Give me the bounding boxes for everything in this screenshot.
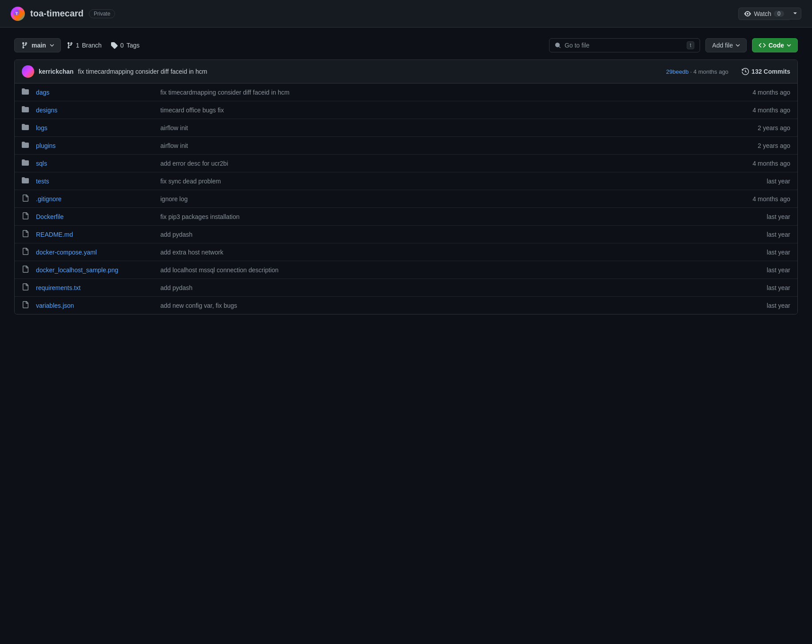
file-name[interactable]: docker_localhost_sample.png [36, 266, 160, 274]
table-row: pluginsairflow init2 years ago [15, 137, 797, 155]
commit-header: kerrickchan fix timecardmapping consider… [15, 60, 797, 83]
file-name[interactable]: logs [36, 124, 160, 131]
watch-dropdown[interactable] [789, 8, 801, 20]
file-commit-message: fix pip3 packages installation [160, 213, 719, 220]
file-time: 4 months ago [719, 195, 790, 203]
file-name[interactable]: variables.json [36, 302, 160, 309]
folder-icon [22, 88, 31, 96]
file-name[interactable]: requirements.txt [36, 284, 160, 291]
branch-count: 1 [76, 42, 80, 49]
table-row: logsairflow init2 years ago [15, 119, 797, 137]
toolbar: main 1 Branch 0 Tags [14, 38, 798, 52]
search-input[interactable] [565, 42, 683, 49]
private-badge: Private [89, 9, 115, 18]
code-icon [759, 42, 766, 49]
branch-label: Branch [82, 42, 101, 49]
commit-hash[interactable]: 29beedb [666, 68, 689, 75]
file-commit-message: ignore log [160, 195, 719, 203]
search-bar: t [549, 38, 700, 52]
commit-time: 4 months ago [693, 68, 728, 75]
branch-count-item[interactable]: 1 Branch [66, 42, 102, 49]
search-kbd: t [687, 41, 694, 49]
file-name[interactable]: sqls [36, 160, 160, 167]
watch-button[interactable]: Watch 0 [738, 8, 789, 20]
file-icon [22, 301, 31, 310]
commit-message: fix timecardmapping consider diff faceid… [78, 68, 662, 75]
file-icon [22, 212, 31, 221]
table-row: Dockerfilefix pip3 packages installation… [15, 208, 797, 226]
file-commit-message: add pydash [160, 231, 719, 238]
file-icon [22, 195, 31, 203]
commit-author[interactable]: kerrickchan [39, 68, 74, 75]
watch-button-group: Watch 0 [738, 8, 801, 20]
file-commit-message: fix sync dead problem [160, 178, 719, 185]
file-time: last year [719, 231, 790, 238]
file-commit-message: add localhost mssql connection descripti… [160, 266, 719, 274]
tag-count-item[interactable]: 0 Tags [111, 42, 139, 49]
table-row: requirements.txtadd pydashlast year [15, 279, 797, 297]
code-label: Code [768, 42, 784, 49]
file-icon [22, 230, 31, 239]
file-time: 4 months ago [719, 160, 790, 167]
chevron-down-icon-code [787, 43, 791, 48]
tag-label: Tags [127, 42, 140, 49]
file-commit-message: timecard office bugs fix [160, 107, 719, 114]
add-file-label: Add file [712, 42, 733, 49]
search-icon [555, 42, 561, 49]
commits-link[interactable]: 132 Commits [742, 68, 790, 75]
chevron-down-icon-branch [50, 43, 54, 48]
file-icon [22, 266, 31, 274]
file-name[interactable]: tests [36, 178, 160, 185]
table-row: docker_localhost_sample.pngadd localhost… [15, 261, 797, 279]
file-time: 2 years ago [719, 124, 790, 131]
table-row: dagsfix timecardmapping consider diff fa… [15, 83, 797, 101]
file-name[interactable]: README.md [36, 231, 160, 238]
file-rows: dagsfix timecardmapping consider diff fa… [15, 83, 797, 314]
watch-label: Watch [754, 10, 771, 17]
svg-text:T: T [16, 12, 18, 16]
file-name[interactable]: Dockerfile [36, 213, 160, 220]
table-row: README.mdadd pydashlast year [15, 226, 797, 243]
file-icon [22, 283, 31, 292]
code-button[interactable]: Code [752, 38, 798, 52]
repo-avatar: T [11, 7, 25, 21]
tag-count: 0 [120, 42, 124, 49]
file-time: last year [719, 178, 790, 185]
file-name[interactable]: designs [36, 107, 160, 114]
commits-count: 132 Commits [752, 68, 790, 75]
chevron-down-icon [793, 11, 797, 16]
file-commit-message: add error desc for ucr2bi [160, 160, 719, 167]
folder-icon [22, 177, 31, 185]
main-content: main 1 Branch 0 Tags [0, 28, 812, 325]
branch-tag-info: 1 Branch 0 Tags [66, 42, 140, 49]
branch-selector[interactable]: main [14, 38, 61, 52]
table-row: sqlsadd error desc for ucr2bi4 months ag… [15, 155, 797, 172]
file-commit-message: add pydash [160, 284, 719, 291]
commit-dot: · [690, 68, 693, 75]
file-time: last year [719, 266, 790, 274]
file-commit-message: airflow init [160, 142, 719, 149]
commit-meta: 29beedb · 4 months ago [666, 68, 728, 75]
file-name[interactable]: dags [36, 89, 160, 96]
file-commit-message: fix timecardmapping consider diff faceid… [160, 89, 719, 96]
folder-icon [22, 159, 31, 167]
repo-name[interactable]: toa-timecard [30, 8, 84, 19]
history-icon [742, 68, 749, 75]
file-time: 4 months ago [719, 89, 790, 96]
chevron-down-icon-addfile [736, 43, 740, 48]
file-time: 2 years ago [719, 142, 790, 149]
table-row: designstimecard office bugs fix4 months … [15, 101, 797, 119]
header-left: T toa-timecard Private [11, 7, 115, 21]
page-header: T toa-timecard Private Watch 0 [0, 0, 812, 28]
folder-icon [22, 141, 31, 150]
file-commit-message: airflow init [160, 124, 719, 131]
file-time: last year [719, 213, 790, 220]
file-name[interactable]: .gitignore [36, 195, 160, 203]
file-time: 4 months ago [719, 107, 790, 114]
file-name[interactable]: docker-compose.yaml [36, 249, 160, 256]
add-file-button[interactable]: Add file [705, 38, 747, 52]
file-name[interactable]: plugins [36, 142, 160, 149]
file-time: last year [719, 284, 790, 291]
eye-icon [744, 10, 751, 17]
file-time: last year [719, 302, 790, 309]
